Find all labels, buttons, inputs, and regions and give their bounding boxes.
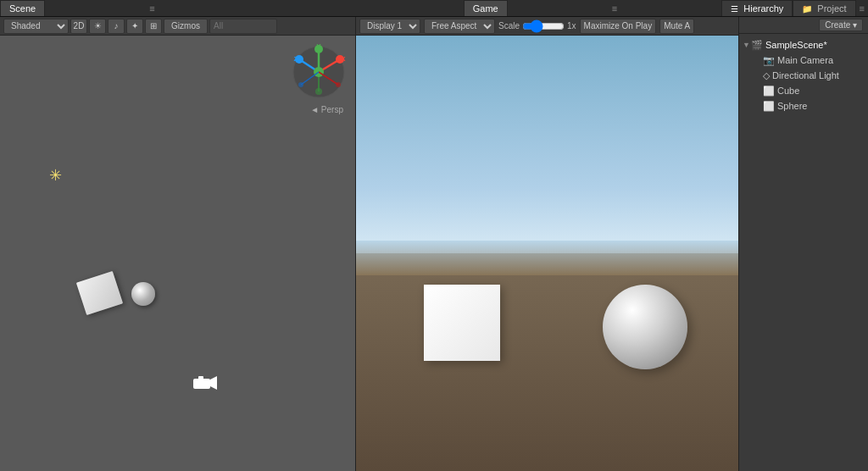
scene-view[interactable]: Y X Z [0, 36, 355, 471]
window-bar: Scene ≡ Game ≡ ☰ Hierarchy 📁 Project ≡ [0, 0, 868, 17]
gizmos-button[interactable]: Gizmos [164, 19, 208, 34]
hierarchy-item-directional-light[interactable]: ◇ Directional Light [739, 68, 868, 83]
audio-toggle[interactable]: ♪ [108, 19, 125, 34]
svg-rect-17 [193, 379, 210, 389]
directional-light-icon[interactable]: ✳ [47, 167, 64, 184]
create-button[interactable]: Create ▾ [819, 19, 863, 31]
svg-point-14 [336, 82, 341, 87]
mute-audio-button[interactable]: Mute A [659, 19, 694, 34]
light-toggle[interactable]: ☀ [89, 19, 106, 34]
svg-point-11 [315, 88, 322, 95]
scene-view-toggle[interactable]: ⊞ [145, 19, 162, 34]
aspect-dropdown[interactable]: Free Aspect 16:9 4:3 [424, 19, 495, 34]
svg-text:Y: Y [316, 42, 321, 50]
scene-root-label: SampleScene* [765, 40, 827, 50]
scene-sphere-object[interactable] [131, 282, 155, 306]
scene-tab-label: Scene [9, 3, 36, 14]
directional-light-label: Directional Light [772, 70, 839, 80]
scene-panel-menu[interactable]: ≡ [146, 3, 158, 14]
hierarchy-tree: ▼ 🎬 SampleScene* 📷 Main Camera ◇ Directi… [739, 34, 868, 471]
game-ground [356, 253, 738, 471]
sphere-label: Sphere [777, 101, 807, 111]
gizmo-compass: Y X Z [289, 42, 348, 102]
scene-camera-icon[interactable] [193, 374, 217, 395]
game-view[interactable] [356, 36, 738, 471]
display-dropdown[interactable]: Display 1 Display 2 [359, 19, 420, 34]
game-panel-menu[interactable]: ≡ [609, 3, 620, 14]
cube-item-icon: ⬜ [763, 86, 775, 97]
hierarchy-item-sphere[interactable]: ⬜ Sphere [739, 98, 868, 114]
sphere-item-icon: ⬜ [763, 101, 775, 112]
game-panel: Display 1 Display 2 Free Aspect 16:9 4:3… [356, 17, 739, 471]
camera-item-icon: 📷 [763, 55, 775, 66]
scene-root-icon: 🎬 [751, 40, 763, 51]
game-sphere-object [603, 285, 687, 369]
maximize-on-play-button[interactable]: Maximize On Play [580, 19, 657, 34]
game-tab-group: Game [464, 0, 508, 16]
scale-label: Scale 1x [498, 21, 576, 31]
shading-dropdown[interactable]: Shaded Wireframe [3, 19, 69, 34]
scene-search-input[interactable] [209, 19, 277, 34]
hierarchy-tab-label: Hierarchy [743, 3, 783, 14]
svg-text:X: X [341, 55, 346, 63]
persp-label: ◄ Persp [310, 105, 343, 114]
svg-rect-19 [198, 376, 203, 380]
game-tab[interactable]: Game [464, 0, 508, 16]
scene-root-arrow: ▼ [743, 41, 751, 49]
svg-point-16 [298, 82, 303, 87]
scene-panel: Shaded Wireframe 2D ☀ ♪ ✦ ⊞ Gizmos Y [0, 17, 356, 471]
main-camera-label: Main Camera [777, 55, 833, 65]
game-horizon [356, 241, 738, 275]
cube-label: Cube [777, 86, 799, 96]
hierarchy-toolbar: Create ▾ [739, 17, 868, 34]
fx-toggle[interactable]: ✦ [126, 19, 143, 34]
hierarchy-window-tab[interactable]: ☰ Hierarchy [721, 0, 793, 16]
scale-slider[interactable] [522, 21, 565, 31]
scene-toolbar: Shaded Wireframe 2D ☀ ♪ ✦ ⊞ Gizmos [0, 17, 355, 36]
hierarchy-scene-root[interactable]: ▼ 🎬 SampleScene* [739, 37, 868, 53]
project-window-tab[interactable]: 📁 Project [793, 0, 855, 16]
hierarchy-panel: Create ▾ ▼ 🎬 SampleScene* 📷 Main Camera … [739, 17, 868, 471]
hierarchy-tab-icon: ☰ [731, 4, 738, 14]
game-tab-label: Game [473, 3, 498, 14]
svg-marker-18 [210, 376, 217, 390]
2d-button[interactable]: 2D [70, 19, 87, 34]
game-cube-object [424, 285, 500, 361]
project-tab-label: Project [817, 3, 846, 14]
hierarchy-panel-menu[interactable]: ≡ [856, 0, 868, 16]
scale-value: 1x [567, 21, 576, 30]
svg-text:Z: Z [294, 55, 298, 63]
main-area: Shaded Wireframe 2D ☀ ♪ ✦ ⊞ Gizmos Y [0, 17, 868, 471]
hierarchy-item-main-camera[interactable]: 📷 Main Camera [739, 53, 868, 68]
scene-tab-group: Scene [0, 0, 45, 16]
light-item-icon: ◇ [763, 70, 770, 81]
scene-tab[interactable]: Scene [0, 0, 45, 16]
project-tab-icon: 📁 [802, 4, 812, 14]
game-toolbar: Display 1 Display 2 Free Aspect 16:9 4:3… [356, 17, 738, 36]
hierarchy-item-cube[interactable]: ⬜ Cube [739, 83, 868, 98]
